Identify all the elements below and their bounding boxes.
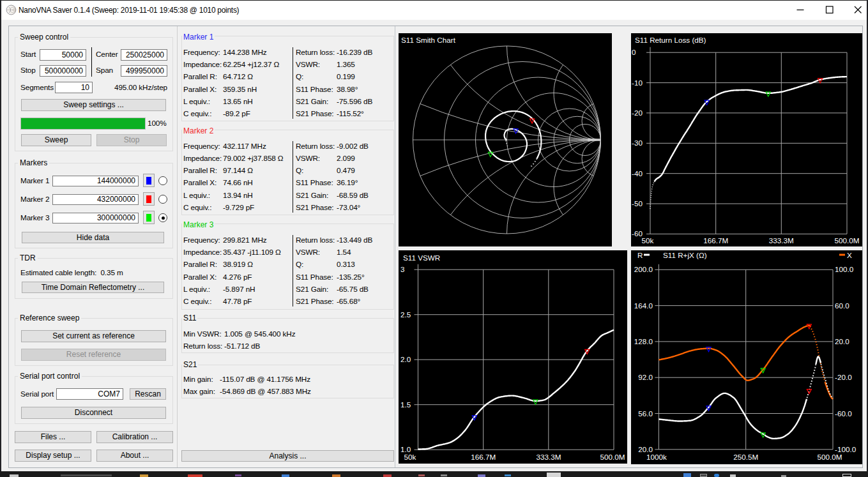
svg-text:333.3M: 333.3M	[536, 453, 561, 461]
svg-text:333.3M: 333.3M	[769, 236, 794, 245]
svg-text:-30: -30	[632, 139, 643, 147]
svg-text:-50: -50	[632, 199, 643, 208]
svg-text:20.0: 20.0	[835, 337, 849, 345]
svg-text:100.0: 100.0	[835, 265, 854, 273]
svg-text:200.0: 200.0	[634, 265, 653, 273]
svg-text:0: 0	[632, 48, 636, 56]
svg-text:92.0: 92.0	[638, 373, 653, 381]
svg-text:X: X	[847, 251, 852, 259]
svg-text:2.0: 2.0	[400, 355, 411, 363]
svg-text:-10: -10	[632, 79, 643, 87]
svg-text:-40: -40	[632, 169, 643, 178]
svg-text:164.0: 164.0	[634, 301, 653, 310]
svg-text:1000k: 1000k	[646, 453, 667, 461]
svg-text:1.5: 1.5	[400, 400, 411, 409]
svg-text:56.0: 56.0	[638, 409, 653, 418]
svg-text:500.0M: 500.0M	[600, 453, 625, 461]
svg-text:3: 3	[400, 265, 405, 273]
svg-text:R: R	[637, 251, 643, 259]
svg-text:S11 VSWR: S11 VSWR	[403, 254, 440, 262]
svg-text:-20: -20	[632, 109, 643, 117]
svg-text:128.0: 128.0	[634, 337, 653, 345]
svg-text:166.7M: 166.7M	[703, 236, 728, 245]
svg-text:50k: 50k	[404, 453, 416, 461]
svg-text:250.5M: 250.5M	[733, 453, 758, 461]
svg-text:20.0: 20.0	[638, 445, 653, 453]
svg-text:500.0M: 500.0M	[835, 236, 860, 245]
svg-text:60.0: 60.0	[835, 301, 849, 310]
svg-text:-20.0: -20.0	[835, 373, 852, 381]
svg-text:-100.0: -100.0	[835, 445, 857, 453]
svg-text:500.0M: 500.0M	[818, 453, 842, 461]
svg-text:S11 Return Loss (dB): S11 Return Loss (dB)	[635, 36, 706, 44]
svg-text:50k: 50k	[642, 236, 654, 245]
svg-text:S11 R+jX (Ω): S11 R+jX (Ω)	[663, 251, 707, 259]
svg-text:-60.0: -60.0	[835, 409, 852, 418]
svg-text:S11 Smith Chart: S11 Smith Chart	[401, 36, 456, 44]
svg-text:166.7M: 166.7M	[471, 453, 496, 461]
svg-text:2.5: 2.5	[400, 310, 411, 319]
